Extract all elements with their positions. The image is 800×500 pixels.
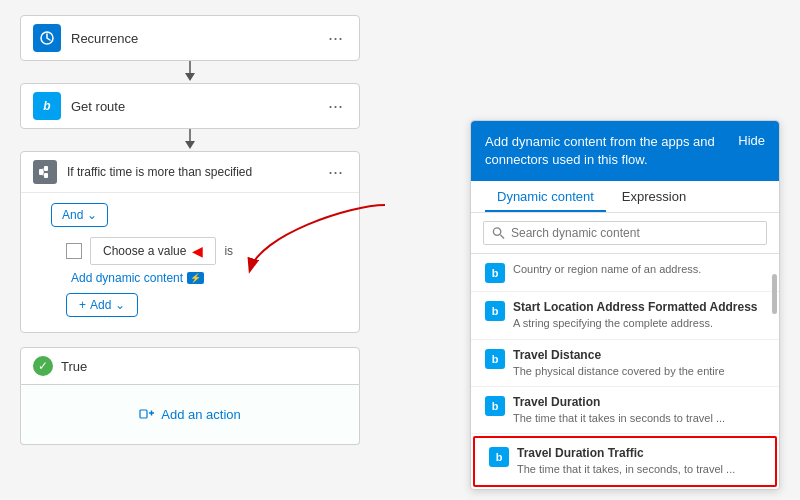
country-desc: Country or region name of an address. [513, 262, 765, 276]
condition-header: If traffic time is more than specified ·… [21, 152, 359, 193]
svg-marker-2 [185, 73, 195, 81]
condition-title: If traffic time is more than specified [67, 165, 324, 179]
condition-icon [33, 160, 57, 184]
add-action-icon [139, 407, 155, 423]
search-icon [492, 226, 505, 240]
panel-item-travel-distance[interactable]: b Travel Distance The physical distance … [471, 340, 779, 387]
add-label: Add [90, 298, 111, 312]
red-arrow-indicator: ◀ [192, 243, 203, 259]
add-dynamic-label: Add dynamic content [71, 271, 183, 285]
scrollbar-thumb[interactable] [772, 274, 777, 314]
get-route-title: Get route [71, 99, 324, 114]
panel-header: Add dynamic content from the apps and co… [471, 121, 779, 181]
search-input-wrapper [483, 221, 767, 245]
true-icon: ✓ [33, 356, 53, 376]
true-section: ✓ True Add an action [20, 347, 360, 445]
bing-logo: b [43, 99, 50, 113]
travel-duration-desc: The time that it takes in seconds to tra… [513, 411, 765, 425]
panel-header-text: Add dynamic content from the apps and co… [485, 133, 728, 169]
flow-section: Recurrence ··· b Get route ··· [20, 15, 360, 445]
plus-icon: + [79, 298, 86, 312]
panel-item-travel-duration-traffic[interactable]: b Travel Duration Traffic The time that … [473, 436, 777, 486]
svg-rect-6 [44, 166, 48, 171]
svg-marker-4 [185, 141, 195, 149]
bing-route-icon: b [33, 92, 61, 120]
add-dynamic-content-link[interactable]: Add dynamic content ⚡ [71, 271, 344, 285]
lightning-icon: ⚡ [187, 272, 204, 284]
bing-icon-travel-duration: b [485, 396, 505, 416]
add-chevron: ⌄ [115, 298, 125, 312]
recurrence-card: Recurrence ··· [20, 15, 360, 61]
panel-content: b Country or region name of an address. … [471, 254, 779, 488]
panel-item-travel-duration[interactable]: b Travel Duration The time that it takes… [471, 387, 779, 434]
true-label: True [61, 359, 87, 374]
choose-value-label: Choose a value [103, 244, 186, 258]
bing-icon-country: b [485, 263, 505, 283]
tab-expression-label: Expression [622, 189, 686, 204]
add-action-button[interactable]: Add an action [139, 407, 241, 423]
dynamic-content-panel: Add dynamic content from the apps and co… [470, 120, 780, 490]
condition-menu-dots[interactable]: ··· [324, 162, 347, 183]
arrow-1 [20, 61, 360, 83]
bing-icon-travel-duration-traffic: b [489, 447, 509, 467]
condition-checkbox[interactable] [66, 243, 82, 259]
svg-point-14 [493, 228, 500, 235]
true-header: ✓ True [20, 347, 360, 385]
svg-rect-10 [140, 410, 147, 418]
panel-tabs: Dynamic content Expression [471, 181, 779, 213]
svg-rect-5 [39, 169, 43, 175]
get-route-menu-dots[interactable]: ··· [324, 96, 347, 117]
and-chevron: ⌄ [87, 208, 97, 222]
svg-line-15 [500, 235, 504, 239]
panel-search-area [471, 213, 779, 254]
and-button[interactable]: And ⌄ [51, 203, 108, 227]
panel-item-start-location[interactable]: b Start Location Address Formatted Addre… [471, 292, 779, 339]
recurrence-title: Recurrence [71, 31, 324, 46]
arrow-2 [20, 129, 360, 151]
is-text: is [224, 244, 233, 258]
tab-dynamic-label: Dynamic content [497, 189, 594, 204]
travel-duration-traffic-desc: The time that it takes, in seconds, to t… [517, 462, 761, 476]
recurrence-menu-dots[interactable]: ··· [324, 28, 347, 49]
start-location-title: Start Location Address Formatted Address [513, 300, 765, 314]
get-route-card: b Get route ··· [20, 83, 360, 129]
start-location-desc: A string specifying the complete address… [513, 316, 765, 330]
travel-distance-desc: The physical distance covered by the ent… [513, 364, 765, 378]
bing-icon-travel-distance: b [485, 349, 505, 369]
and-label: And [62, 208, 83, 222]
add-action-label: Add an action [161, 407, 241, 422]
tab-dynamic-content[interactable]: Dynamic content [485, 181, 606, 212]
bing-icon-start-location: b [485, 301, 505, 321]
travel-duration-traffic-title: Travel Duration Traffic [517, 446, 761, 460]
condition-card: If traffic time is more than specified ·… [20, 151, 360, 333]
choose-value-button[interactable]: Choose a value ◀ [90, 237, 216, 265]
main-canvas: Recurrence ··· b Get route ··· [0, 0, 800, 500]
travel-distance-title: Travel Distance [513, 348, 765, 362]
travel-duration-title: Travel Duration [513, 395, 765, 409]
tab-expression[interactable]: Expression [610, 181, 698, 212]
true-body: Add an action [20, 385, 360, 445]
hide-button[interactable]: Hide [738, 133, 765, 148]
search-input[interactable] [511, 226, 758, 240]
condition-body: And ⌄ Choose a value ◀ is Add dynamic co… [21, 193, 359, 332]
panel-item-country[interactable]: b Country or region name of an address. [471, 254, 779, 292]
recurrence-icon [33, 24, 61, 52]
add-button[interactable]: + Add ⌄ [66, 293, 138, 317]
condition-row: Choose a value ◀ is [66, 237, 344, 265]
svg-rect-7 [44, 173, 48, 178]
